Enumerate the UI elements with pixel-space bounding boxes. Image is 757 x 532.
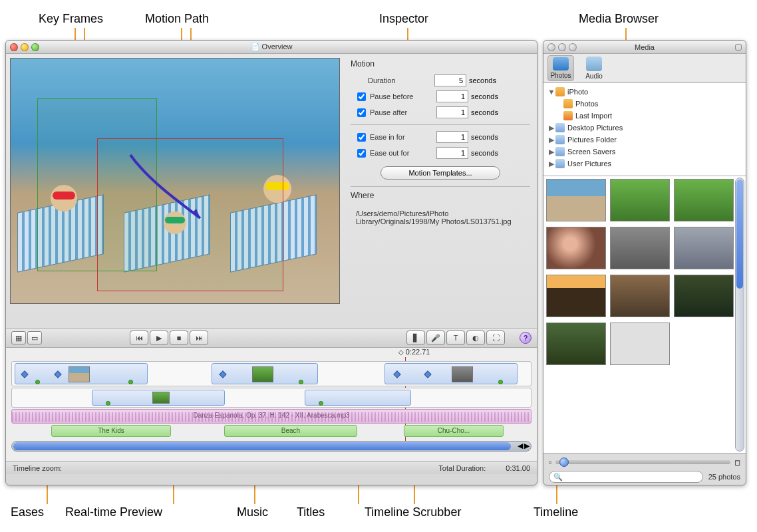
ease-out-field[interactable] bbox=[436, 147, 468, 159]
tab-audio[interactable]: Audio bbox=[581, 55, 607, 81]
scroll-left-icon[interactable]: ◀ bbox=[518, 442, 523, 450]
media-thumb[interactable] bbox=[610, 227, 670, 269]
annot-motion-path: Motion Path bbox=[145, 12, 209, 26]
play-button[interactable]: ▶ bbox=[150, 331, 168, 345]
scrollbar-thumb[interactable] bbox=[13, 442, 511, 450]
thumb-large-icon: ◻ bbox=[734, 458, 740, 467]
music-track[interactable]: Danza-Espanola, Op. 37, H. 142 - XII. Ar… bbox=[11, 409, 531, 424]
clip[interactable] bbox=[92, 390, 225, 406]
keyframe-node[interactable] bbox=[219, 370, 226, 378]
timeline-zoom-label: Timeline zoom: bbox=[13, 464, 62, 472]
tree-item-user-pictures[interactable]: ▶User Pictures bbox=[545, 158, 744, 170]
tab-photos[interactable]: Photos bbox=[547, 55, 574, 81]
tree-item-desktop-pictures[interactable]: ▶Desktop Pictures bbox=[545, 122, 744, 134]
tool-1-button[interactable]: ▋ bbox=[406, 331, 425, 345]
media-thumb[interactable] bbox=[610, 179, 670, 221]
go-start-button[interactable]: ⏮ bbox=[130, 331, 148, 345]
duration-label: Duration bbox=[368, 76, 434, 84]
media-scrollbar[interactable] bbox=[735, 178, 744, 452]
media-thumb[interactable] bbox=[610, 275, 670, 317]
thumb-small-icon: ▫ bbox=[549, 458, 551, 466]
keyframe-node[interactable] bbox=[21, 370, 28, 378]
tree-item-pictures-folder[interactable]: ▶Pictures Folder bbox=[545, 134, 744, 146]
motion-templates-button[interactable]: Motion Templates... bbox=[380, 166, 500, 180]
minimize-button[interactable] bbox=[558, 43, 566, 51]
video-track-2[interactable] bbox=[11, 388, 531, 408]
scroll-right-icon[interactable]: ▶ bbox=[524, 442, 530, 450]
title-clip[interactable]: The Kids bbox=[51, 425, 171, 437]
title-clip[interactable]: Beach bbox=[224, 425, 357, 437]
tree-item-iphoto[interactable]: ▼iPhoto bbox=[545, 86, 744, 98]
timeline-scrollbar[interactable]: ◀ ▶ bbox=[11, 441, 531, 452]
photos-icon bbox=[553, 57, 569, 70]
keyframe-node[interactable] bbox=[54, 370, 61, 378]
clip[interactable] bbox=[212, 363, 318, 384]
ease-node[interactable] bbox=[299, 380, 303, 384]
preview-canvas[interactable] bbox=[10, 58, 340, 304]
mic-button[interactable]: 🎤 bbox=[426, 331, 445, 345]
tree-item-photos[interactable]: Photos bbox=[545, 98, 744, 110]
clip-thumb bbox=[452, 366, 473, 382]
duration-field[interactable] bbox=[434, 74, 466, 86]
contrast-button[interactable]: ◐ bbox=[466, 331, 485, 345]
ease-node[interactable] bbox=[498, 380, 503, 384]
media-thumb[interactable] bbox=[610, 323, 670, 365]
help-button[interactable]: ? bbox=[520, 332, 531, 344]
ease-node[interactable] bbox=[319, 401, 323, 406]
thumb-size-slider[interactable] bbox=[555, 460, 730, 464]
minimize-button[interactable] bbox=[21, 43, 29, 51]
media-thumb[interactable] bbox=[546, 179, 606, 221]
ease-out-checkbox[interactable] bbox=[357, 149, 366, 158]
text-button[interactable]: T bbox=[446, 331, 465, 345]
annot-media-browser: Media Browser bbox=[579, 12, 659, 26]
media-thumb[interactable] bbox=[546, 323, 606, 365]
window-titlebar[interactable]: 📄 Overview bbox=[6, 41, 537, 54]
video-track-1[interactable] bbox=[11, 361, 531, 386]
clip[interactable] bbox=[305, 390, 411, 406]
pause-after-field[interactable] bbox=[436, 106, 468, 118]
keyframe-box[interactable] bbox=[97, 138, 283, 291]
media-search-input[interactable]: 🔍 bbox=[549, 471, 703, 483]
total-duration-label: Total Duration: bbox=[438, 464, 486, 472]
scrollbar-thumb[interactable] bbox=[736, 180, 743, 289]
pause-before-field[interactable] bbox=[436, 90, 468, 102]
zoom-button[interactable] bbox=[31, 43, 39, 51]
media-titlebar[interactable]: Media bbox=[543, 41, 746, 54]
ease-node[interactable] bbox=[106, 401, 110, 406]
annot-music: Music bbox=[237, 505, 268, 519]
ease-in-checkbox[interactable] bbox=[357, 133, 366, 142]
ease-node[interactable] bbox=[35, 380, 40, 384]
ease-in-field[interactable] bbox=[436, 131, 468, 143]
media-thumb[interactable] bbox=[546, 227, 606, 269]
pause-after-checkbox[interactable] bbox=[357, 108, 366, 117]
go-end-button[interactable]: ⏭ bbox=[190, 331, 208, 345]
media-thumb[interactable] bbox=[546, 275, 606, 317]
total-duration-value: 0:31.00 bbox=[506, 464, 530, 472]
media-thumb[interactable] bbox=[674, 227, 734, 269]
clip[interactable] bbox=[15, 363, 148, 384]
layout-grid-button[interactable]: ▦ bbox=[11, 331, 26, 344]
layout-single-button[interactable]: ▭ bbox=[27, 331, 42, 344]
stop-button[interactable]: ■ bbox=[170, 331, 188, 345]
keyframe-node[interactable] bbox=[424, 370, 431, 378]
ease-node[interactable] bbox=[128, 380, 133, 384]
title-track[interactable]: The Kids Beach Chu-Cho... bbox=[11, 425, 531, 438]
media-thumb[interactable] bbox=[674, 275, 734, 317]
close-button[interactable] bbox=[547, 43, 555, 51]
crop-button[interactable]: ⛶ bbox=[486, 331, 505, 345]
clip[interactable] bbox=[384, 363, 518, 384]
tree-item-screen-savers[interactable]: ▶Screen Savers bbox=[545, 146, 744, 158]
media-thumb[interactable] bbox=[674, 179, 734, 221]
media-source-tree[interactable]: ▼iPhoto Photos Last Import ▶Desktop Pict… bbox=[543, 83, 746, 176]
keyframe-node[interactable] bbox=[393, 370, 400, 378]
title-clip[interactable]: Chu-Cho... bbox=[404, 425, 504, 437]
tree-item-last-import[interactable]: Last Import bbox=[545, 110, 744, 122]
slider-knob[interactable] bbox=[559, 458, 569, 467]
media-browser-window: Media Photos Audio ▼iPhoto Photos Last I… bbox=[543, 40, 746, 485]
media-footer: ▫ ◻ 🔍 25 photos bbox=[543, 453, 746, 485]
pause-before-checkbox[interactable] bbox=[357, 92, 366, 101]
toolbar-toggle-button[interactable] bbox=[735, 44, 742, 51]
annot-titles: Titles bbox=[297, 505, 325, 519]
close-button[interactable] bbox=[10, 43, 18, 51]
zoom-button[interactable] bbox=[569, 43, 577, 51]
